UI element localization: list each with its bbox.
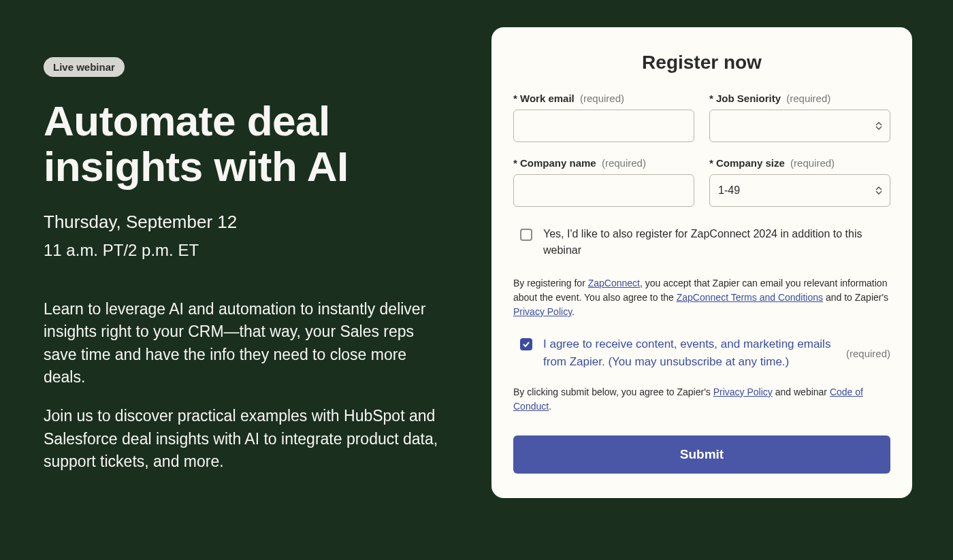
work-email-input[interactable] — [513, 110, 694, 142]
register-card: Register now * Work email (required) * J… — [491, 27, 912, 498]
job-seniority-select[interactable] — [709, 110, 890, 142]
field-company-name: * Company name (required) — [513, 157, 694, 207]
field-company-size: * Company size (required) 1-49 — [709, 157, 890, 207]
marketing-consent-checkbox[interactable] — [520, 338, 532, 350]
legal-text-1: By registering for ZapConnect, you accep… — [513, 276, 890, 319]
zapconnect-link[interactable]: ZapConnect — [588, 278, 640, 289]
company-name-input[interactable] — [513, 174, 694, 207]
company-size-select[interactable]: 1-49 — [709, 174, 890, 207]
description-paragraph-1: Learn to leverage AI and automation to i… — [44, 298, 451, 389]
zapconnect-register-checkbox[interactable] — [520, 229, 532, 241]
label-work-email: * Work email (required) — [513, 93, 694, 104]
left-column: Live webinar Automate deal insights with… — [44, 27, 451, 533]
page-title: Automate deal insights with AI — [44, 99, 451, 190]
label-company-size: * Company size (required) — [709, 157, 890, 169]
form-grid: * Work email (required) * Job Seniority … — [513, 93, 890, 207]
marketing-consent-required: (required) — [846, 348, 890, 359]
legal-text-2: By clicking submit below, you agree to Z… — [513, 385, 890, 414]
description-paragraph-2: Join us to discover practical examples w… — [44, 405, 451, 473]
event-time: 11 a.m. PT/2 p.m. ET — [44, 241, 451, 260]
marketing-consent-row: I agree to receive content, events, and … — [513, 335, 890, 372]
live-webinar-badge: Live webinar — [44, 57, 125, 77]
field-work-email: * Work email (required) — [513, 93, 694, 142]
field-job-seniority: * Job Seniority (required) — [709, 93, 890, 142]
zapconnect-register-row: Yes, I'd like to also register for ZapCo… — [513, 226, 890, 259]
right-column: Register now * Work email (required) * J… — [491, 27, 912, 533]
marketing-consent-label: I agree to receive content, events, and … — [543, 335, 835, 372]
form-title: Register now — [513, 52, 890, 73]
privacy-policy-link-1[interactable]: Privacy Policy — [513, 306, 572, 317]
event-date: Thursday, September 12 — [44, 212, 451, 233]
page: Live webinar Automate deal insights with… — [0, 0, 953, 560]
label-job-seniority: * Job Seniority (required) — [709, 93, 890, 104]
privacy-policy-link-2[interactable]: Privacy Policy — [713, 386, 773, 397]
label-company-name: * Company name (required) — [513, 157, 694, 169]
zapconnect-register-label: Yes, I'd like to also register for ZapCo… — [543, 226, 890, 259]
zapconnect-terms-link[interactable]: ZapConnect Terms and Conditions — [677, 292, 823, 303]
submit-button[interactable]: Submit — [513, 435, 890, 474]
